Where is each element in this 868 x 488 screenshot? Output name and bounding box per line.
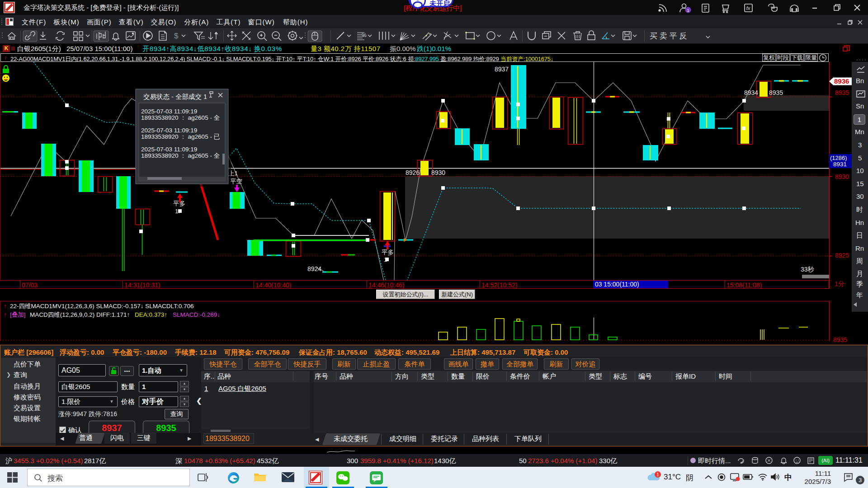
svg-text:8935: 8935 bbox=[833, 336, 847, 343]
svg-text:8931: 8931 bbox=[833, 161, 847, 168]
svg-text:2025-07-03 11:09:19: 2025-07-03 11:09:19 bbox=[141, 146, 197, 153]
svg-text:8924: 8924 bbox=[307, 265, 321, 272]
svg-text:8930: 8930 bbox=[835, 173, 849, 180]
svg-text:18933538920 ： ag2605 - 已: 18933538920 ： ag2605 - 已 bbox=[141, 133, 220, 140]
svg-text:DEA:0.373↑: DEA:0.373↑ bbox=[135, 311, 167, 318]
svg-text:SLMACD:-0.269↓: SLMACD:-0.269↓ bbox=[173, 311, 220, 318]
svg-text:8936: 8936 bbox=[834, 77, 849, 85]
svg-text:↑: ↑ bbox=[4, 311, 7, 318]
svg-text:8926: 8926 bbox=[406, 169, 420, 176]
svg-text:[叠加]: [叠加] bbox=[10, 311, 26, 318]
svg-text:2025-07-03 11:09:19: 2025-07-03 11:09:19 bbox=[141, 108, 197, 115]
svg-text:8930: 8930 bbox=[431, 169, 445, 176]
svg-text:8935: 8935 bbox=[835, 89, 849, 96]
svg-text:%: % bbox=[362, 32, 367, 38]
svg-text:8935: 8935 bbox=[769, 89, 783, 96]
svg-text:8925: 8925 bbox=[835, 252, 849, 259]
svg-text:1: 1 bbox=[687, 8, 689, 13]
svg-text:平空: 平空 bbox=[230, 178, 242, 185]
svg-text:8934: 8934 bbox=[744, 89, 758, 96]
svg-text:22-四维MACD1MV1(12,26,3,6) SLMA: 22-四维MACD1MV1(12,26,3,6) SLMACD:-0.157↓ … bbox=[10, 303, 193, 310]
svg-text:18933538920 ： ag2605 - 全: 18933538920 ： ag2605 - 全 bbox=[141, 152, 220, 159]
svg-text:8937: 8937 bbox=[495, 66, 509, 73]
svg-text:交易状态 - 全部成交 1: 交易状态 - 全部成交 1 bbox=[143, 93, 207, 100]
svg-text:2025-07-03 11:09:19: 2025-07-03 11:09:19 bbox=[141, 127, 197, 134]
svg-text:平多: 平多 bbox=[173, 200, 185, 207]
svg-text:MACD四维(12,26,9,0.2) DIFF:1.17: MACD四维(12,26,9,0.2) DIFF:1.171↑ bbox=[30, 311, 130, 318]
svg-text:33秒: 33秒 bbox=[801, 266, 815, 273]
svg-text:(1286): (1286) bbox=[830, 155, 847, 161]
svg-text:平多: 平多 bbox=[382, 249, 394, 256]
svg-text:1: 1 bbox=[656, 472, 659, 477]
svg-text:↑: ↑ bbox=[4, 303, 7, 310]
svg-text:fx: fx bbox=[746, 5, 750, 11]
svg-text:18933538920 ： ag2605 - 全: 18933538920 ： ag2605 - 全 bbox=[141, 114, 220, 121]
svg-text:$: $ bbox=[174, 32, 179, 40]
svg-text:买 卖 平 反: 买 卖 平 反 bbox=[650, 32, 687, 40]
